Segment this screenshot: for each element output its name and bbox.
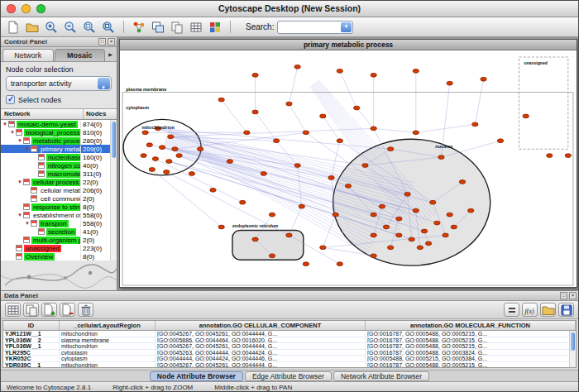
network-node[interactable] [481, 77, 486, 81]
network-node[interactable] [149, 168, 155, 172]
tree-scrollbar[interactable] [110, 120, 117, 261]
close-data-panel-icon[interactable] [569, 292, 577, 299]
column-header[interactable]: annotation.GO CELLULAR_COMPONENT [156, 321, 366, 330]
tab-network-attribute-browser[interactable]: Network Attribute Browser [333, 371, 429, 381]
import-attributes-icon[interactable] [540, 303, 556, 317]
network-node[interactable] [371, 213, 376, 217]
zoom-selected-icon[interactable] [80, 19, 98, 36]
network-node[interactable] [396, 233, 402, 237]
network-node[interactable] [273, 139, 279, 143]
network-node[interactable] [337, 69, 342, 73]
network-node[interactable] [383, 225, 389, 229]
tree-row[interactable]: primary metabo...209(0) [1, 145, 117, 153]
network-node[interactable] [286, 233, 292, 237]
network-node[interactable] [176, 154, 182, 158]
network-node[interactable] [396, 217, 402, 221]
tree-row[interactable]: cellular metabo206(0) [1, 186, 117, 194]
import-table-icon[interactable] [187, 19, 205, 36]
network-node[interactable] [294, 164, 300, 168]
network-node[interactable] [218, 98, 224, 102]
network-node[interactable] [252, 237, 258, 241]
network-node[interactable] [299, 204, 304, 208]
create-attribute-icon[interactable] [41, 303, 57, 317]
network-node[interactable] [172, 147, 178, 151]
tree-row[interactable]: response to stimul8(0) [1, 203, 117, 211]
network-node[interactable] [417, 246, 423, 250]
save-attributes-icon[interactable] [558, 303, 574, 317]
new-network-window-icon[interactable] [149, 19, 167, 36]
expand-triangle-icon[interactable] [25, 221, 31, 226]
table-scrollbar[interactable] [569, 331, 576, 367]
network-node[interactable] [345, 184, 351, 188]
network-node[interactable] [413, 208, 419, 213]
table-row[interactable]: YDR039C__1mitochondrion[GO:0045267, GO:0… [3, 362, 576, 368]
network-node[interactable] [547, 154, 553, 158]
vizmapper-icon[interactable] [206, 19, 224, 36]
network-node[interactable] [294, 65, 300, 69]
network-node[interactable] [337, 262, 342, 266]
network-node[interactable] [413, 69, 419, 73]
table-row[interactable]: YPL036W__2plasma membrane[GO:0005886, GO… [3, 337, 576, 344]
new-session-icon[interactable] [4, 19, 22, 36]
zoom-out-icon[interactable] [61, 19, 79, 36]
network-node[interactable] [337, 139, 342, 143]
network-node[interactable] [166, 160, 172, 164]
search-dropdown-arrow-icon[interactable] [341, 22, 352, 32]
table-row[interactable]: YPL036W__1mitochondrion[GO:0045267, GO:0… [3, 343, 576, 350]
expand-triangle-icon[interactable] [17, 213, 23, 218]
network-node[interactable] [197, 147, 203, 151]
select-nodes-checkbox[interactable] [6, 95, 15, 104]
network-node[interactable] [146, 143, 152, 147]
network-node[interactable] [227, 160, 232, 164]
select-attributes-icon[interactable] [5, 303, 21, 317]
function-builder-icon[interactable]: f(x) [522, 303, 538, 317]
close-panel-icon[interactable] [108, 38, 115, 45]
column-header[interactable]: annotation.GO MOLECULAR_FUNCTION [366, 321, 576, 330]
expand-triangle-icon[interactable] [10, 130, 16, 135]
network-node[interactable] [328, 176, 334, 180]
network-node[interactable] [371, 73, 376, 77]
float-data-panel-icon[interactable] [560, 292, 567, 299]
network-node[interactable] [565, 154, 571, 158]
network-node[interactable] [362, 164, 368, 168]
tab-network[interactable]: Network [2, 49, 54, 61]
table-row[interactable]: YJR121W__1mitochondrion[GO:0045267, GO:0… [3, 331, 576, 337]
network-window[interactable]: primary metabolic process plasma membran… [119, 39, 577, 288]
network-node[interactable] [164, 170, 170, 174]
table-scrollbar-thumb[interactable] [571, 332, 575, 351]
tree-row[interactable]: macromolecule311(0) [1, 170, 117, 178]
network-node[interactable] [168, 135, 174, 139]
network-node[interactable] [333, 213, 338, 217]
annotation-icon[interactable] [168, 19, 186, 36]
tab-node-attribute-browser[interactable]: Node Attribute Browser [150, 371, 243, 381]
network-node[interactable] [451, 225, 457, 229]
tree-row[interactable]: establishment of lo558(0) [1, 211, 117, 219]
network-node[interactable] [379, 204, 385, 208]
network-node[interactable] [371, 254, 376, 258]
tree-row[interactable]: unassigned223(0) [1, 244, 117, 252]
delete-rows-icon[interactable] [78, 303, 93, 317]
close-window-button[interactable] [7, 4, 16, 13]
network-node[interactable] [371, 233, 376, 237]
network-node[interactable] [303, 262, 309, 266]
delete-attribute-icon[interactable] [60, 303, 75, 317]
formula-icon[interactable] [504, 303, 519, 317]
expand-triangle-icon[interactable] [17, 179, 23, 184]
network-node[interactable] [141, 154, 146, 158]
network-node[interactable] [269, 213, 275, 217]
expand-triangle-icon[interactable] [25, 146, 31, 151]
network-node[interactable] [286, 102, 292, 106]
network-node[interactable] [413, 131, 419, 135]
nodes-column-header[interactable]: Nodes [84, 109, 117, 119]
network-node[interactable] [261, 172, 266, 176]
network-node[interactable] [523, 114, 529, 118]
network-node[interactable] [354, 106, 360, 110]
network-node[interactable] [152, 157, 158, 161]
titlebar[interactable]: Cytoscape Desktop (New Session) [1, 1, 578, 17]
network-node[interactable] [240, 200, 246, 204]
expand-triangle-icon[interactable] [2, 122, 8, 127]
color-attribute-dropdown[interactable]: transporter activity [6, 76, 112, 91]
network-node[interactable] [303, 131, 309, 135]
network-node[interactable] [434, 221, 440, 225]
network-node[interactable] [252, 110, 258, 114]
